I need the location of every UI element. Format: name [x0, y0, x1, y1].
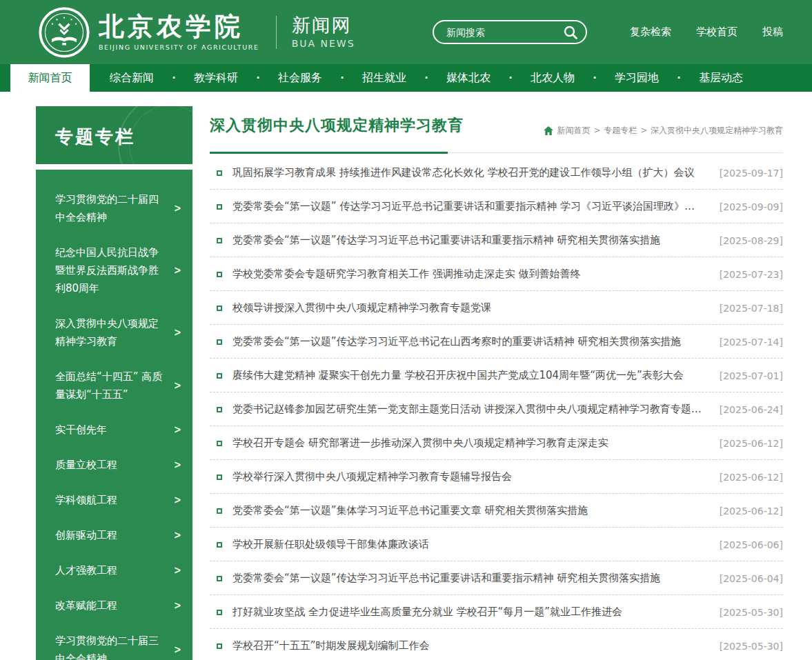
news-title-link[interactable]: 赓续伟大建党精神 凝聚实干创先力量 学校召开庆祝中国共产党成立104周年暨“两优…: [232, 369, 720, 382]
sidebar-topic-label: 纪念中国人民抗日战争暨世界反法西斯战争胜利80周年: [55, 246, 159, 294]
content-area: 专题专栏 学习贯彻党的二十届四中全会精神 > 纪念中国人民抗日战争暨世界反法西斯…: [0, 92, 812, 660]
nav-item[interactable]: 教学科研: [174, 64, 258, 92]
nav-item[interactable]: 北农人物: [511, 64, 595, 92]
news-title-link[interactable]: 党委常委会“第一议题”集体学习习近平总书记重要文章 研究相关贯彻落实措施: [232, 504, 720, 517]
news-row: 校领导讲授深入贯彻中央八项规定精神学习教育专题党课 [2025-07-18]: [210, 291, 783, 325]
sidebar-topic-label: 学科领航工程: [55, 494, 117, 506]
home-icon[interactable]: [544, 126, 553, 135]
news-date: [2025-06-06]: [720, 539, 783, 550]
news-title-link[interactable]: 巩固拓展学习教育成果 持续推进作风建设常态化长效化 学校召开党的建设工作领导小组…: [232, 166, 720, 179]
breadcrumb-link[interactable]: 深入贯彻中央八项规定精神学习教育: [651, 126, 783, 135]
site-header: 北京农学院 BEIJING UNIVERSITY OF AGRICULTURE …: [0, 0, 812, 64]
news-title-link[interactable]: 党委常委会“第一议题”传达学习习近平总书记在山西考察时的重要讲话精神 研究相关贯…: [232, 335, 720, 348]
news-row: 赓续伟大建党精神 凝聚实干创先力量 学校召开庆祝中国共产党成立104周年暨“两优…: [210, 359, 783, 392]
site-subtitle: BUA NEWS: [292, 38, 355, 49]
news-row: 党委常委会“第一议题”传达学习习近平总书记重要讲话和重要指示精神 研究相关贯彻落…: [210, 223, 783, 257]
breadcrumb-separator: >: [593, 126, 603, 135]
chevron-right-icon: >: [174, 525, 181, 546]
search-button[interactable]: [562, 24, 579, 41]
news-date: [2025-05-30]: [720, 607, 783, 618]
university-logo[interactable]: 北京农学院 BEIJING UNIVERSITY OF AGRICULTURE: [38, 6, 259, 59]
bullet-square-icon: [217, 238, 222, 243]
news-row: 党委常委会“第一议题” 传达学习习近平总书记重要讲话和重要指示精神 学习《习近平…: [210, 190, 783, 223]
header-links: 复杂检索 学校首页 投稿: [605, 26, 783, 39]
nav-item-label: 媒体北农: [446, 71, 491, 84]
news-title-link[interactable]: 学校召开“十五五”时期发展规划编制工作会: [232, 639, 720, 652]
breadcrumb-link[interactable]: 专题专栏: [604, 126, 637, 135]
breadcrumb-link[interactable]: 新闻首页: [557, 126, 591, 135]
header-link[interactable]: 学校首页: [696, 26, 737, 39]
news-date: [2025-08-29]: [720, 235, 783, 246]
nav-item[interactable]: 新闻首页: [10, 64, 90, 92]
news-row: 巩固拓展学习教育成果 持续推进作风建设常态化长效化 学校召开党的建设工作领导小组…: [210, 156, 783, 190]
sidebar-topic-item[interactable]: 质量立校工程 >: [36, 456, 192, 474]
sidebar-header: 专题专栏: [36, 106, 192, 164]
chevron-right-icon: >: [174, 198, 181, 219]
news-date: [2025-06-04]: [720, 573, 783, 584]
sidebar-topic-item[interactable]: 全面总结“十四五” 高质量谋划“十五五” >: [36, 368, 192, 403]
sidebar-topic-item[interactable]: 创新驱动工程 >: [36, 526, 192, 544]
sidebar-topic-label: 学习贯彻党的二十届四中全会精神: [55, 193, 159, 223]
nav-item[interactable]: 学习园地: [595, 64, 679, 92]
university-name-en: BEIJING UNIVERSITY OF AGRICULTURE: [99, 43, 259, 51]
sidebar: 专题专栏 学习贯彻党的二十届四中全会精神 > 纪念中国人民抗日战争暨世界反法西斯…: [36, 106, 192, 660]
news-date: [2025-07-18]: [720, 303, 783, 314]
nav-item-label: 教学科研: [194, 71, 238, 84]
chevron-right-icon: >: [174, 560, 181, 581]
sidebar-topic-item[interactable]: 学科领航工程 >: [36, 491, 192, 509]
nav-item[interactable]: 综合新闻: [90, 64, 174, 92]
bullet-square-icon: [217, 508, 222, 514]
brand-text: 北京农学院 BEIJING UNIVERSITY OF AGRICULTURE: [99, 14, 259, 51]
sidebar-topic-label: 全面总结“十四五” 高质量谋划“十五五”: [55, 370, 162, 401]
header-right: 复杂检索 学校首页 投稿: [433, 20, 783, 44]
sidebar-topic-label: 深入贯彻中央八项规定精神学习教育: [55, 317, 159, 348]
nav-item[interactable]: 招生就业: [342, 64, 426, 92]
sidebar-topic-item[interactable]: 改革赋能工程 >: [36, 597, 192, 614]
nav-item[interactable]: 基层动态: [679, 64, 763, 92]
sidebar-list: 学习贯彻党的二十届四中全会精神 > 纪念中国人民抗日战争暨世界反法西斯战争胜利8…: [36, 170, 192, 660]
news-title-link[interactable]: 学校党委常委会专题研究学习教育相关工作 强调推动走深走实 做到善始善终: [232, 268, 720, 281]
sidebar-topic-label: 改革赋能工程: [55, 599, 117, 612]
chevron-right-icon: >: [174, 322, 181, 343]
sidebar-topic-item[interactable]: 学习贯彻党的二十届三中全会精神 >: [36, 632, 192, 660]
news-date: [2025-06-12]: [720, 438, 783, 449]
title-underline: [210, 152, 448, 154]
search-box[interactable]: [433, 20, 587, 44]
sidebar-topic-item[interactable]: 实干创先年 >: [36, 421, 192, 439]
nav-item[interactable]: 社会服务: [258, 64, 342, 92]
sidebar-topic-item[interactable]: 学习贯彻党的二十届四中全会精神 >: [36, 190, 192, 226]
chevron-right-icon: >: [174, 260, 181, 281]
nav-item-label: 学习园地: [615, 71, 659, 84]
sidebar-topic-item[interactable]: 人才强教工程 >: [36, 561, 192, 579]
header-link[interactable]: 投稿: [762, 26, 783, 39]
bullet-square-icon: [217, 576, 222, 581]
bullet-square-icon: [217, 474, 222, 480]
nav-item-label: 北农人物: [531, 71, 575, 84]
bullet-square-icon: [217, 373, 222, 379]
news-title-link[interactable]: 学校召开专题会 研究部署进一步推动深入贯彻中央八项规定精神学习教育走深走实: [232, 437, 720, 450]
news-title-link[interactable]: 校领导讲授深入贯彻中央八项规定精神学习教育专题党课: [232, 301, 720, 314]
university-emblem-icon: [38, 6, 90, 59]
news-date: [2025-06-12]: [720, 506, 783, 517]
nav-item-label: 社会服务: [278, 71, 322, 84]
sidebar-topic-label: 创新驱动工程: [55, 529, 117, 541]
sidebar-topic-label: 质量立校工程: [55, 459, 117, 471]
news-row: 党委常委会“第一议题”传达学习习近平总书记在山西考察时的重要讲话精神 研究相关贯…: [210, 325, 783, 359]
search-input[interactable]: [445, 26, 562, 39]
bullet-square-icon: [217, 643, 222, 649]
news-date: [2025-06-12]: [720, 472, 783, 483]
news-title-link[interactable]: 学校开展新任职处级领导干部集体廉政谈话: [232, 538, 720, 551]
news-row: 党委书记赵锋参加园艺研究生第一党支部主题党日活动 讲授深入贯彻中央八项规定精神学…: [210, 392, 783, 426]
news-title-link[interactable]: 打好就业攻坚战 全力促进毕业生高质量充分就业 学校召开“每月一题”就业工作推进会: [232, 606, 720, 619]
chevron-right-icon: >: [174, 639, 181, 660]
news-title-link[interactable]: 党委常委会“第一议题”传达学习习近平总书记重要讲话和重要指示精神 研究相关贯彻落…: [232, 234, 720, 247]
news-title-link[interactable]: 学校举行深入贯彻中央八项规定精神学习教育专题辅导报告会: [232, 470, 720, 483]
nav-item[interactable]: 媒体北农: [426, 64, 511, 92]
university-name-cn: 北京农学院: [99, 14, 259, 39]
sidebar-topic-item[interactable]: 纪念中国人民抗日战争暨世界反法西斯战争胜利80周年 >: [36, 243, 192, 297]
news-title-link[interactable]: 党委书记赵锋参加园艺研究生第一党支部主题党日活动 讲授深入贯彻中央八项规定精神学…: [232, 403, 720, 416]
sidebar-topic-item[interactable]: 深入贯彻中央八项规定精神学习教育 >: [36, 314, 192, 350]
news-title-link[interactable]: 党委常委会“第一议题”传达学习习近平总书记重要讲话和重要指示精神 研究相关贯彻落…: [232, 572, 720, 585]
header-link[interactable]: 复杂检索: [630, 26, 671, 39]
news-title-link[interactable]: 党委常委会“第一议题” 传达学习习近平总书记重要讲话和重要指示精神 学习《习近平…: [232, 200, 720, 213]
